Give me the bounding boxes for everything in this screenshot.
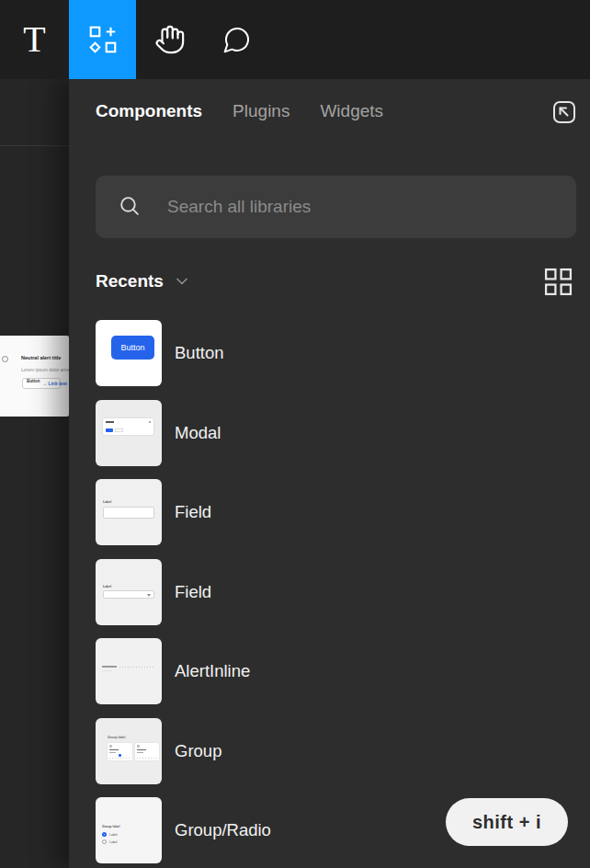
components-panel: Components Plugins Widgets <box>69 79 590 868</box>
list-item-group[interactable]: Group label Group <box>96 718 576 784</box>
component-name: Modal <box>175 423 221 443</box>
recents-list: Button Button Modal Lab <box>96 320 576 868</box>
recents-header: Recents <box>96 265 576 298</box>
mini-line <box>137 758 157 759</box>
mini-modal-preview <box>103 418 153 435</box>
component-thumbnail: Group label <box>96 718 162 784</box>
mini-radio-unselected-icon <box>102 839 107 844</box>
component-thumbnail: Label <box>96 559 162 625</box>
shortcut-hint-label: shift + i <box>472 812 541 833</box>
component-name: Group/Radio <box>175 820 271 840</box>
recents-title[interactable]: Recents <box>96 271 164 291</box>
canvas-background: Neutral alert title Lorem ipsum dolor am… <box>0 79 69 868</box>
mini-radio-icon <box>137 745 140 748</box>
canvas-divider-line <box>0 145 69 146</box>
mini-primary-button <box>106 428 113 432</box>
mini-line <box>102 666 117 668</box>
component-name: Field <box>175 502 211 522</box>
mini-line <box>109 758 130 759</box>
grid-view-toggle[interactable] <box>543 267 573 297</box>
mini-blue-dot <box>119 754 121 757</box>
mini-line <box>102 670 112 671</box>
list-item-modal[interactable]: Modal <box>96 400 576 466</box>
mini-group-label: Group label <box>108 736 125 739</box>
mini-select-preview <box>103 590 154 599</box>
mini-line <box>137 752 143 753</box>
components-icon <box>87 24 119 55</box>
hand-tool-button[interactable] <box>136 0 203 79</box>
alert-title: Neutral alert title <box>21 355 61 360</box>
mini-caret-icon <box>147 594 151 597</box>
search-icon <box>118 194 167 221</box>
mini-button-preview: Button <box>111 336 154 360</box>
component-thumbnail <box>96 638 162 704</box>
mini-field-label: Label <box>103 585 111 588</box>
list-item-alertinline[interactable]: AlertInline <box>96 638 576 704</box>
mini-line <box>119 667 155 668</box>
mini-secondary-button <box>115 428 123 432</box>
tab-components[interactable]: Components <box>96 101 202 121</box>
alert-link: → Link text <box>42 381 67 386</box>
list-item-button[interactable]: Button Button <box>96 320 576 386</box>
comment-icon <box>222 25 252 54</box>
mini-button-label: Button <box>120 343 144 352</box>
component-name: Field <box>175 582 211 602</box>
popout-panel-button[interactable] <box>550 97 579 127</box>
search-bar <box>96 176 576 238</box>
mini-card-preview <box>135 743 159 760</box>
mini-line <box>109 752 116 753</box>
component-name: Button <box>175 343 224 363</box>
mini-card-preview <box>108 743 132 760</box>
mini-option-label: Label <box>109 840 118 844</box>
mini-line <box>137 749 146 751</box>
component-thumbnail: Label <box>96 479 162 545</box>
panel-tabs: Components Plugins Widgets <box>96 91 383 131</box>
comment-tool-button[interactable] <box>203 0 270 79</box>
alert-button-label: Button <box>27 379 40 383</box>
component-thumbnail <box>96 400 162 466</box>
mini-input-preview <box>103 507 154 519</box>
search-input[interactable] <box>167 176 576 238</box>
mini-line <box>109 749 119 751</box>
mini-radio-selected-icon <box>102 832 107 837</box>
component-name: AlertInline <box>175 661 250 681</box>
list-item-field-1[interactable]: Label Field <box>96 479 576 545</box>
mini-radio-icon <box>109 745 112 748</box>
component-thumbnail: Group label Label Label <box>96 797 162 863</box>
mini-group-label: Group label <box>102 825 119 828</box>
alert-info-icon <box>2 356 8 362</box>
mini-option-label: Label <box>109 833 118 837</box>
toolbar: T <box>0 0 590 79</box>
alert-body-text: Lorem ipsum dolor amet consec <box>21 367 69 372</box>
tab-plugins[interactable]: Plugins <box>233 101 289 121</box>
mini-radio-dot <box>104 834 106 836</box>
popout-arrow-icon <box>550 114 579 130</box>
list-item-field-2[interactable]: Label Field <box>96 559 576 625</box>
mini-close-icon <box>149 421 151 423</box>
component-name: Group <box>175 741 221 761</box>
mini-line <box>106 421 114 423</box>
components-tool-button[interactable] <box>69 0 136 79</box>
canvas-alert-card: Neutral alert title Lorem ipsum dolor am… <box>0 336 69 417</box>
figma-app-window: T <box>0 0 590 868</box>
hand-icon <box>154 24 186 55</box>
tab-widgets[interactable]: Widgets <box>320 101 383 121</box>
mini-field-label: Label <box>103 500 111 504</box>
text-tool-button[interactable]: T <box>0 0 69 79</box>
shortcut-hint-badge: shift + i <box>446 798 568 846</box>
component-thumbnail: Button <box>96 320 162 386</box>
chevron-down-icon[interactable] <box>173 272 191 291</box>
text-tool-icon: T <box>23 21 45 58</box>
